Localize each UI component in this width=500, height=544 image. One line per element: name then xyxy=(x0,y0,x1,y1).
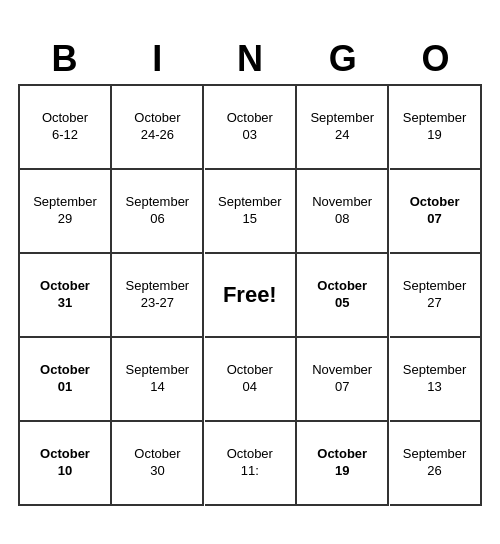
bingo-cell: October04 xyxy=(205,338,297,422)
bingo-header: BINGO xyxy=(18,38,482,80)
bingo-cell: September27 xyxy=(390,254,482,338)
header-letter: O xyxy=(392,38,480,80)
bingo-grid: October6-12October24-26October03Septembe… xyxy=(18,84,482,506)
bingo-cell: Free! xyxy=(205,254,297,338)
bingo-cell: October24-26 xyxy=(112,86,204,170)
bingo-cell: October11: xyxy=(205,422,297,506)
bingo-cell: October19 xyxy=(297,422,389,506)
bingo-cell: October07 xyxy=(390,170,482,254)
bingo-cell: November08 xyxy=(297,170,389,254)
bingo-cell: October10 xyxy=(20,422,112,506)
bingo-cell: September24 xyxy=(297,86,389,170)
header-letter: I xyxy=(113,38,201,80)
bingo-cell: October05 xyxy=(297,254,389,338)
header-letter: G xyxy=(299,38,387,80)
bingo-cell: September19 xyxy=(390,86,482,170)
bingo-cell: September14 xyxy=(112,338,204,422)
bingo-cell: September06 xyxy=(112,170,204,254)
bingo-card: BINGO October6-12October24-26October03Se… xyxy=(10,30,490,514)
bingo-cell: October03 xyxy=(205,86,297,170)
bingo-cell: September26 xyxy=(390,422,482,506)
bingo-cell: October31 xyxy=(20,254,112,338)
bingo-cell: September23-27 xyxy=(112,254,204,338)
bingo-cell: October6-12 xyxy=(20,86,112,170)
bingo-cell: September29 xyxy=(20,170,112,254)
header-letter: N xyxy=(206,38,294,80)
bingo-cell: October01 xyxy=(20,338,112,422)
header-letter: B xyxy=(20,38,108,80)
bingo-cell: October30 xyxy=(112,422,204,506)
bingo-cell: September15 xyxy=(205,170,297,254)
bingo-cell: September13 xyxy=(390,338,482,422)
bingo-cell: November07 xyxy=(297,338,389,422)
